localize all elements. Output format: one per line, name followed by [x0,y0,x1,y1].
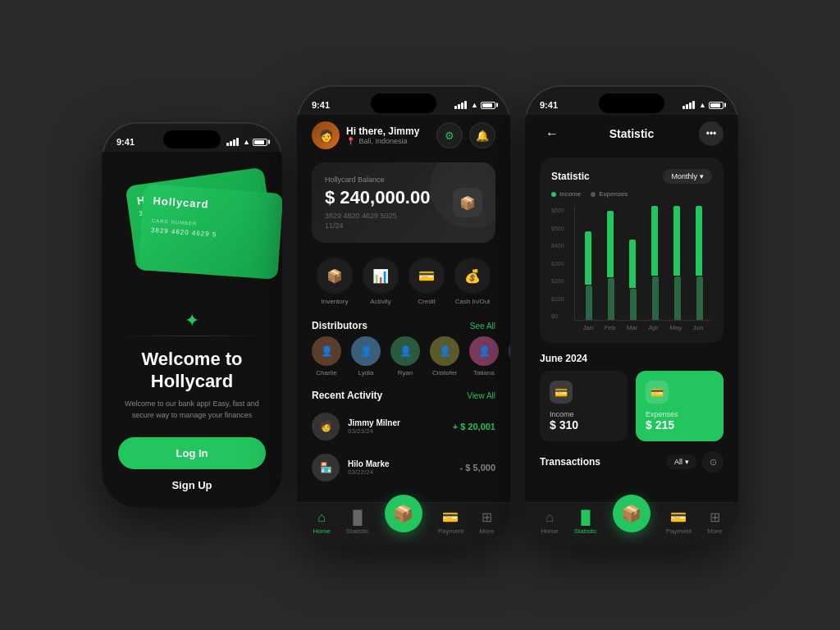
y-label-300: $300 [551,261,571,267]
action-credit-label: Credit [418,298,435,305]
expenses-legend-label: Expenses [599,190,628,198]
card-front: Hollycard CARD NUMBER 3829 4820 4629 5 [139,184,282,280]
dist-avatar-gu[interactable]: 👤 [509,336,510,366]
action-inventory[interactable]: 📦 Inventory [317,258,353,305]
x-label-may: May [669,324,682,331]
dist-name-ryan: Ryan [398,369,413,377]
statistic-icon: ▐▌ [348,510,367,525]
nav-home-2[interactable]: ⌂ Home [313,510,330,535]
x-label-jan: Jan [583,324,594,331]
more-button[interactable]: ••• [699,121,724,146]
payment-nav-icon: 💳 [670,509,687,525]
x-label-feb: Feb [605,324,616,331]
bar-mar [623,206,642,320]
dist-avatar-ryan[interactable]: 👤 [390,336,420,366]
dist-ryan: 👤 Ryan [390,336,420,377]
action-activity[interactable]: 📊 Activity [363,258,399,305]
login-button[interactable]: Log In [118,437,266,469]
dist-avatar-lydia[interactable]: 👤 [351,336,381,366]
bar-jun [689,206,709,320]
action-credit[interactable]: 💳 Credit [409,258,445,305]
cashinout-icon: 💰 [454,258,491,294]
monthly-filter-button[interactable]: Monthly ▾ [663,169,712,184]
notch-3 [599,94,664,113]
view-all-activity[interactable]: View All [467,391,495,400]
distributors-title: Distributors [312,320,368,331]
welcome-subtitle: Welcome to our bank app! Easy, fast and … [118,399,266,421]
june-cards: 💳 Income $ 310 💳 Expenses $ 215 [540,371,724,441]
payment-icon: 💳 [442,509,459,525]
nav-payment-label-3: Payment [666,527,692,535]
chevron-down-icon: ▾ [700,172,704,180]
activity-date-2: 03/22/24 [348,468,452,476]
stat-header: ← Statistic ••• [525,115,738,153]
dist-avatar-tatiana[interactable]: 👤 [469,336,499,366]
nav-home-label: Home [313,527,330,535]
status-icons-3: ▲ [682,101,724,109]
nav-more-2[interactable]: ⊞ More [479,509,494,535]
expense-card-label: Expenses [646,410,714,418]
bar-apr [645,206,664,320]
nav-statistic-2[interactable]: ▐▌ Statistic [346,510,369,535]
activity-amount-1: + $ 20,001 [453,422,495,431]
expense-card-icon: 💳 [646,381,669,404]
y-label-200: $200 [551,278,571,284]
bar-feb-income [607,211,614,277]
home-header: 🧑 Hi there, Jimmy 📍 Bali, Indonesia ⚙ 🔔 [297,115,510,156]
nav-statistic-label: Statistic [346,527,369,535]
back-button[interactable]: ← [540,121,564,146]
y-label-600: $600 [551,208,571,213]
fab-button-3[interactable]: 📦 [613,495,651,532]
nav-home-label-3: Home [541,527,558,535]
dist-avatar-charlie[interactable]: 👤 [312,336,341,366]
location-pin-icon: 📍 [346,137,355,145]
notification-icon-btn[interactable]: 🔔 [469,122,495,148]
card-front-name: Hollycard [153,194,273,215]
income-card-icon: 💳 [550,381,573,404]
chart-container: $0 $100 $200 $300 $400 $500 $600 [551,206,712,331]
nav-more-3[interactable]: ⊞ More [707,509,722,535]
see-all-distributors[interactable]: See All [470,322,495,331]
income-dot [551,192,556,197]
cube-icon: 📦 [453,188,482,217]
june-section: June 2024 💳 Income $ 310 💳 Expenses $ 21… [525,348,738,446]
income-card: 💳 Income $ 310 [540,371,628,441]
line-decoration [118,336,266,336]
income-card-amount: $ 310 [550,418,618,431]
nav-more-label: More [479,527,494,535]
recent-activity: 🧑 Jimmy Milner 03/23/24 + $ 20,001 🏪 Hil… [297,406,510,502]
transactions-title: Transactions [540,456,600,468]
bar-jan-expense [586,285,592,320]
battery-icon-1 [253,139,267,146]
activity-row-1: 🧑 Jimmy Milner 03/23/24 + $ 20,001 [297,406,510,447]
phone-statistics: 9:41 ▲ ← Statistic ••• [525,85,738,545]
activity-info-1: Jimmy Milner 03/23/24 [348,418,445,435]
nav-home-3[interactable]: ⌂ Home [541,510,558,535]
home-icon: ⌂ [317,510,326,525]
dist-avatar-cristofer[interactable]: 👤 [430,336,459,366]
activity-header: Recent Activity View All [297,383,510,406]
nav-statistic-3[interactable]: ▐▌ Statistic [574,510,597,535]
y-label-400: $400 [551,243,571,249]
x-label-apr: Apr [649,324,659,331]
fab-button[interactable]: 📦 [385,495,422,532]
time-2: 9:41 [312,100,330,110]
welcome-title: Welcome to Hollycard [118,349,266,392]
nav-payment-2[interactable]: 💳 Payment [438,509,464,535]
phones-container: 9:41 ▲ Hol 3820 4629 0025 [102,85,738,545]
all-filter-button[interactable]: All ▾ [666,454,697,469]
signup-button[interactable]: Sign Up [171,479,212,491]
bar-jun-expense [696,276,703,320]
sort-icon-btn[interactable]: ⊙ [702,451,724,472]
signal-bar-1 [226,143,229,146]
activity-info-2: Hilo Marke 03/22/24 [348,459,452,476]
x-axis: Jan Feb Mar Apr May Jun [574,321,712,331]
activity-name-1: Jimmy Milner [348,418,445,427]
inventory-icon: 📦 [317,258,353,294]
bars-container: Jan Feb Mar Apr May Jun [574,206,712,331]
nav-payment-3[interactable]: 💳 Payment [666,509,692,535]
action-inventory-label: Inventory [322,298,349,305]
settings-icon-btn[interactable]: ⚙ [436,122,463,148]
dist-cristofer: 👤 Cristofer [430,336,459,377]
action-cashinout[interactable]: 💰 Cash In/Out [454,258,491,305]
